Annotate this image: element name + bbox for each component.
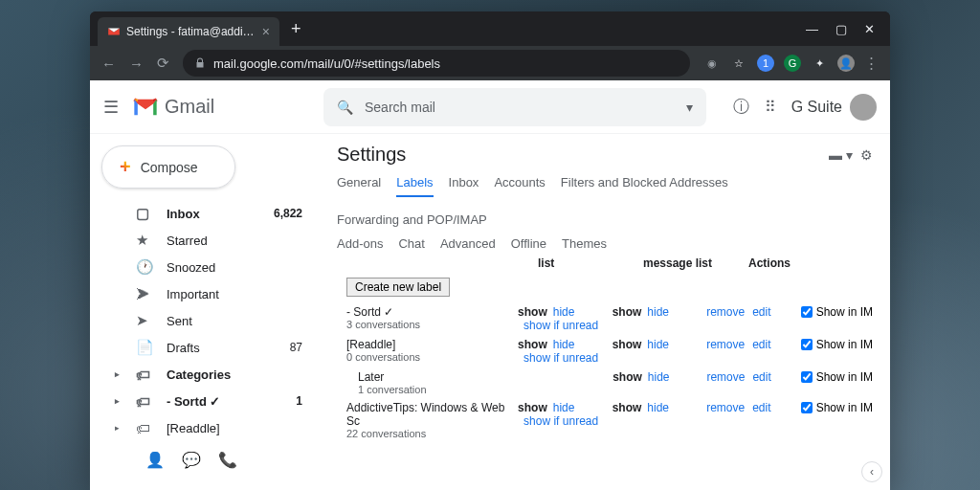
- window-controls: — ▢ ✕: [806, 22, 882, 36]
- tab-title: Settings - fatima@addictivetips.c: [126, 25, 256, 38]
- star-icon: ★: [136, 232, 153, 249]
- important-icon: ⮞: [136, 286, 153, 302]
- tab-offline[interactable]: Offline: [511, 236, 546, 251]
- search-dropdown-icon[interactable]: ▾: [686, 100, 693, 115]
- sidebar-item-categories[interactable]: ▸🏷Categories: [98, 361, 312, 388]
- inbox-icon: ▢: [136, 205, 153, 222]
- label-row: - Sortd ✓3 conversationsshowhideshow if …: [337, 302, 873, 335]
- title-bar: Settings - fatima@addictivetips.c × + — …: [90, 11, 890, 46]
- close-tab-icon[interactable]: ×: [262, 24, 270, 39]
- show-in-im-checkbox[interactable]: [801, 339, 813, 350]
- tab-add-ons[interactable]: Add-ons: [337, 236, 383, 251]
- minimize-icon[interactable]: —: [806, 22, 818, 36]
- col-label-list: list: [538, 256, 643, 270]
- col-actions: Actions: [748, 256, 854, 270]
- menu-icon[interactable]: ⋮: [864, 55, 879, 72]
- settings-tabs: GeneralLabelsInboxAccountsFilters and Bl…: [337, 175, 873, 233]
- browser-tab[interactable]: Settings - fatima@addictivetips.c ×: [98, 17, 279, 46]
- page-content: ☰ Gmail 🔍 Search mail ▾ ⓘ ⠿ G Suite: [90, 80, 890, 490]
- tab-chat[interactable]: Chat: [398, 236, 424, 251]
- tag-icon: 🏷: [136, 420, 153, 436]
- tab-accounts[interactable]: Accounts: [494, 175, 545, 197]
- label-row: AddictiveTips: Windows & Web Sc22 conver…: [337, 398, 873, 442]
- tab-themes[interactable]: Themes: [562, 236, 607, 251]
- show-in-im-checkbox[interactable]: [801, 371, 813, 383]
- header-right: ⓘ ⠿ G Suite: [733, 94, 877, 121]
- eye-icon[interactable]: ◉: [703, 55, 721, 72]
- sidebar-item--sortd-[interactable]: ▸🏷- Sortd ✓1: [98, 388, 312, 414]
- tab-filters-and-blocked-addresses[interactable]: Filters and Blocked Addresses: [561, 175, 728, 197]
- plus-icon: +: [120, 156, 131, 178]
- reload-icon[interactable]: ⟳: [157, 55, 169, 72]
- address-bar: ← → ⟳ mail.google.com/mail/u/0/#settings…: [90, 46, 890, 80]
- lock-icon: [194, 57, 206, 69]
- col-message-list: message list: [643, 256, 748, 270]
- help-icon[interactable]: ⓘ: [733, 96, 749, 118]
- compose-label: Compose: [141, 160, 198, 175]
- label-row: Later1 conversationshowhideremoveeditSho…: [337, 368, 873, 398]
- maximize-icon[interactable]: ▢: [835, 22, 847, 36]
- show-in-im-checkbox[interactable]: [801, 402, 813, 413]
- tab-general[interactable]: General: [337, 175, 381, 197]
- browser-window: Settings - fatima@addictivetips.c × + — …: [90, 11, 890, 490]
- clock-icon: 🕐: [136, 258, 153, 276]
- sidebar-item--readdle-[interactable]: ▸🏷[Readdle]: [98, 414, 312, 441]
- sidebar-item-important[interactable]: ⮞Important: [98, 280, 312, 307]
- star-icon[interactable]: ☆: [730, 55, 747, 72]
- tab-forwarding-and-pop-imap[interactable]: Forwarding and POP/IMAP: [337, 212, 487, 233]
- gmail-favicon: [107, 25, 121, 38]
- file-icon: 📄: [136, 339, 153, 356]
- gsuite-label: G Suite: [791, 94, 877, 121]
- search-placeholder: Search mail: [365, 100, 675, 115]
- send-icon: ➤: [136, 312, 153, 329]
- back-icon[interactable]: ←: [101, 56, 116, 72]
- show-in-im-checkbox[interactable]: [801, 306, 813, 318]
- extension-icon-2[interactable]: G: [784, 55, 801, 72]
- label-row: [Readdle]0 conversationsshowhideshow if …: [337, 335, 873, 368]
- density-icon[interactable]: ▬ ▾: [829, 147, 853, 163]
- sidebar-item-drafts[interactable]: 📄Drafts87: [98, 334, 312, 361]
- new-tab-button[interactable]: +: [291, 19, 301, 39]
- gmail-header: ☰ Gmail 🔍 Search mail ▾ ⓘ ⠿ G Suite: [90, 80, 890, 134]
- tag-icon: 🏷: [136, 393, 153, 410]
- url-box[interactable]: mail.google.com/mail/u/0/#settings/label…: [183, 50, 690, 77]
- close-window-icon[interactable]: ✕: [864, 22, 875, 36]
- tag-icon: 🏷: [136, 367, 153, 383]
- tab-advanced[interactable]: Advanced: [440, 236, 496, 251]
- compose-button[interactable]: + Compose: [101, 145, 235, 189]
- phone-icon[interactable]: 📞: [218, 451, 237, 469]
- tab-labels[interactable]: Labels: [396, 175, 433, 197]
- profile-icon[interactable]: 👤: [837, 55, 855, 72]
- sidebar-item-starred[interactable]: ★Starred: [98, 227, 312, 254]
- extension-icon-1[interactable]: 1: [757, 55, 774, 72]
- gmail-icon: [132, 97, 159, 118]
- forward-icon[interactable]: →: [129, 56, 144, 72]
- sidebar-item-sent[interactable]: ➤Sent: [98, 307, 312, 334]
- side-panel-toggle[interactable]: ‹: [861, 461, 882, 482]
- url-text: mail.google.com/mail/u/0/#settings/label…: [213, 56, 440, 71]
- extensions: ◉ ☆ 1 G ✦ 👤 ⋮: [703, 55, 879, 72]
- settings-title: Settings ▬ ▾ ⚙: [337, 144, 873, 166]
- create-new-label-button[interactable]: Create new label: [346, 278, 450, 297]
- person-icon[interactable]: 👤: [145, 451, 165, 469]
- sidebar: + Compose ▢Inbox6,822★Starred🕐Snoozed⮞Im…: [90, 134, 320, 490]
- puzzle-icon[interactable]: ✦: [811, 55, 828, 72]
- hangouts-icon[interactable]: 💬: [182, 451, 201, 469]
- tab-inbox[interactable]: Inbox: [449, 175, 479, 197]
- apps-icon[interactable]: ⠿: [765, 98, 776, 116]
- body: + Compose ▢Inbox6,822★Starred🕐Snoozed⮞Im…: [90, 134, 890, 490]
- gear-icon[interactable]: ⚙: [860, 147, 873, 163]
- gmail-text: Gmail: [165, 96, 214, 118]
- sidebar-footer: 👤 💬 📞: [98, 441, 312, 469]
- gmail-logo[interactable]: Gmail: [132, 96, 323, 118]
- main-panel: Settings ▬ ▾ ⚙ GeneralLabelsInboxAccount…: [320, 134, 890, 490]
- sidebar-item-snoozed[interactable]: 🕐Snoozed: [98, 254, 312, 280]
- avatar[interactable]: [850, 94, 877, 121]
- hamburger-icon[interactable]: ☰: [103, 97, 119, 118]
- search-box[interactable]: 🔍 Search mail ▾: [323, 88, 706, 126]
- settings-tabs-row2: Add-onsChatAdvancedOfflineThemes: [337, 236, 873, 251]
- labels-header-row: list message list Actions: [337, 256, 873, 274]
- search-icon: 🔍: [337, 100, 353, 115]
- sidebar-item-inbox[interactable]: ▢Inbox6,822: [98, 200, 312, 227]
